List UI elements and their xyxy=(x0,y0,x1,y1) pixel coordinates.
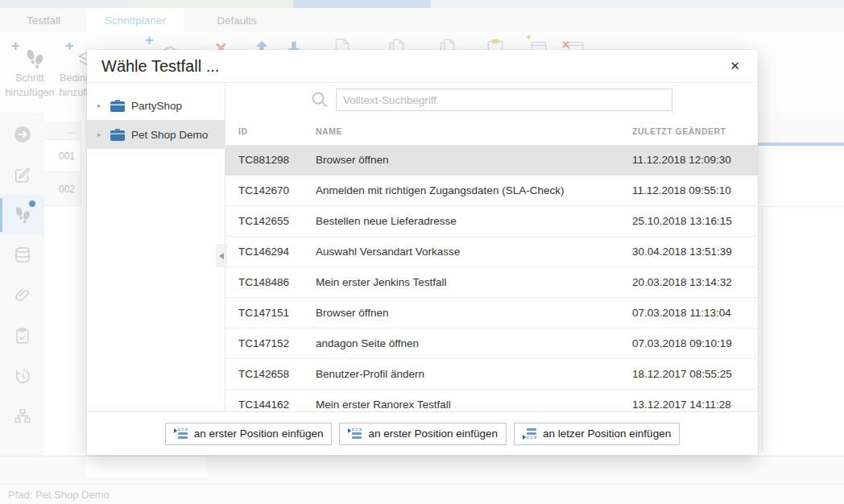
cell-name: Browser öffnen xyxy=(316,307,632,319)
paperclip-icon xyxy=(14,287,31,304)
cell-id: TC142658 xyxy=(225,368,316,380)
collapse-tree-button[interactable] xyxy=(216,244,227,267)
cell-id: TC142670 xyxy=(225,184,316,196)
x-icon: ✕ xyxy=(561,39,570,51)
insert-position-icon xyxy=(348,428,362,440)
background-panel-fragment xyxy=(762,206,844,451)
table-row[interactable]: TC881298 Browser öffnen 11.12.2018 12:09… xyxy=(225,145,758,176)
tree-item[interactable]: Pet Shop Demo xyxy=(87,120,225,149)
insert-position-button[interactable]: an erster Position einfügen xyxy=(165,423,333,445)
sidebar-item-steps[interactable] xyxy=(0,195,44,235)
insert-position-icon xyxy=(523,428,537,440)
tree-item-label: Pet Shop Demo xyxy=(131,129,208,141)
cell-name: Mein erster Jenkins Testfall xyxy=(316,276,632,288)
project-tree: PartyShop Pet Shop Demo xyxy=(87,83,225,411)
button-label: an erster Position einfügen xyxy=(368,428,498,440)
status-bar: Pfad: Pet Shop Demo xyxy=(0,484,844,504)
cell-name: andagon Seite öffnen xyxy=(316,337,632,349)
cell-modified: 20.03.2018 13:14:32 xyxy=(632,276,758,288)
background-step-row[interactable]: 001 xyxy=(44,140,81,172)
tab-bar: Testfall Schrittplaner Defaults xyxy=(0,8,844,32)
tab[interactable]: Testfall xyxy=(0,8,87,32)
testcase-table: TC881298 Browser öffnen 11.12.2018 12:09… xyxy=(225,145,758,411)
cell-id: TC142655 xyxy=(225,215,316,227)
app-window: Testfall Schrittplaner Defaults Schritt … xyxy=(0,0,844,504)
sidebar-item-forward[interactable] xyxy=(0,114,44,155)
clipboard-check-icon xyxy=(14,327,31,345)
sidebar-item-data[interactable] xyxy=(0,235,44,275)
cell-modified: 11.12.2018 12:09:30 xyxy=(632,154,758,166)
cell-name: Anmelden mit richtigen Zugangsdaten (SLA… xyxy=(316,184,632,196)
status-path: Pfad: Pet Shop Demo xyxy=(8,489,110,501)
ribbon-color-strip xyxy=(431,0,844,8)
sitemap-icon xyxy=(14,407,31,425)
column-header-id: ID xyxy=(225,126,316,136)
cell-modified: 13.12.2017 14:11:28 xyxy=(632,399,758,411)
table-row[interactable]: TC146294 Auswahl Versandart Vorkasse 30.… xyxy=(225,237,758,267)
ribbon-color-strip xyxy=(293,0,431,8)
tab[interactable]: Schrittplaner xyxy=(87,8,184,32)
cell-id: TC881298 xyxy=(225,154,316,166)
dialog-footer: an erster Position einfügen an erster Po… xyxy=(87,411,758,455)
sidebar-item-attachments[interactable] xyxy=(0,275,44,316)
tab[interactable]: Defaults xyxy=(184,8,290,32)
briefcase-icon xyxy=(110,129,125,141)
edit-icon xyxy=(14,166,31,184)
cell-name: Mein erster Ranorex Testfall xyxy=(316,399,632,411)
briefcase-icon xyxy=(110,100,125,112)
tab-label: Defaults xyxy=(217,14,257,27)
insert-position-icon xyxy=(174,428,188,440)
insert-position-button[interactable]: an erster Position einfügen xyxy=(339,423,507,445)
cell-modified: 11.12.2018 09:55:10 xyxy=(632,184,758,196)
tab-label: Testfall xyxy=(27,14,60,27)
sidebar xyxy=(0,113,44,484)
close-button[interactable]: ✕ xyxy=(726,57,743,75)
history-icon xyxy=(14,367,31,385)
dialog-choose-testcase: Wähle Testfall ... ✕ PartyShop Pet Shop xyxy=(87,50,758,455)
table-row[interactable]: TC147152 andagon Seite öffnen 07.03.2018… xyxy=(225,328,758,359)
background-step-header: ... xyxy=(44,121,81,140)
search-row xyxy=(225,83,758,117)
table-row[interactable]: TC147151 Browser öffnen 07.03.2018 11:13… xyxy=(225,298,758,328)
add-step-button[interactable]: Schritt hinzufügen xyxy=(3,39,56,100)
toolbar-item-label: Schritt hinzufügen xyxy=(3,71,56,100)
table-row[interactable]: TC142658 Benutzer-Profil ändern 18.12.20… xyxy=(225,359,758,390)
expander-icon[interactable] xyxy=(97,102,104,109)
table-row[interactable]: TC148486 Mein erster Jenkins Testfall 20… xyxy=(225,267,758,298)
background-step-row[interactable]: 002 xyxy=(44,172,81,206)
search-input[interactable] xyxy=(336,89,672,111)
table-row[interactable]: TC142670 Anmelden mit richtigen Zugangsd… xyxy=(225,176,758,206)
table-row[interactable]: TC142655 Bestellen neue Lieferadresse 25… xyxy=(225,206,758,237)
table-row[interactable]: TC144162 Mein erster Ranorex Testfall 13… xyxy=(225,390,758,411)
button-label: an letzer Position einfügen xyxy=(543,428,671,440)
insert-position-button[interactable]: an letzer Position einfügen xyxy=(514,423,680,445)
cell-name: Browser öffnen xyxy=(316,154,632,166)
expander-icon[interactable] xyxy=(97,131,104,138)
dialog-header: Wähle Testfall ... ✕ xyxy=(87,50,758,83)
plus-icon xyxy=(145,32,154,49)
background-panel-fragment xyxy=(86,456,207,477)
cell-name: Benutzer-Profil ändern xyxy=(316,368,632,380)
sidebar-item-checklist[interactable] xyxy=(0,316,44,356)
tree-item-label: PartyShop xyxy=(131,100,182,112)
sidebar-item-history[interactable] xyxy=(0,356,44,396)
sidebar-item-edit[interactable] xyxy=(0,155,44,195)
cell-modified: 07.03.2018 09:10:19 xyxy=(632,337,758,349)
background-step-list: ... 001 002 xyxy=(44,121,81,206)
cell-modified: 07.03.2018 11:13:04 xyxy=(632,307,758,319)
plus-icon xyxy=(65,35,74,56)
sidebar-item-structure[interactable] xyxy=(0,396,44,436)
ribbon-color-strip xyxy=(0,0,129,8)
column-header-modified: ZULETZT GEÄNDERT xyxy=(632,126,758,136)
tree-item[interactable]: PartyShop xyxy=(87,91,225,120)
plus-icon xyxy=(11,35,20,56)
cell-modified: 30.04.2018 13:51:39 xyxy=(632,246,758,258)
cell-id: TC147152 xyxy=(225,337,316,349)
search-icon xyxy=(311,91,329,109)
dialog-title: Wähle Testfall ... xyxy=(101,57,726,76)
cell-name: Auswahl Versandart Vorkasse xyxy=(316,246,632,258)
tab-label: Schrittplaner xyxy=(105,14,166,27)
table-header: ID NAME ZULETZT GEÄNDERT xyxy=(225,117,758,145)
testcase-panel: ID NAME ZULETZT GEÄNDERT TC881298 Browse… xyxy=(225,83,758,411)
dialog-body: PartyShop Pet Shop Demo xyxy=(87,83,758,411)
